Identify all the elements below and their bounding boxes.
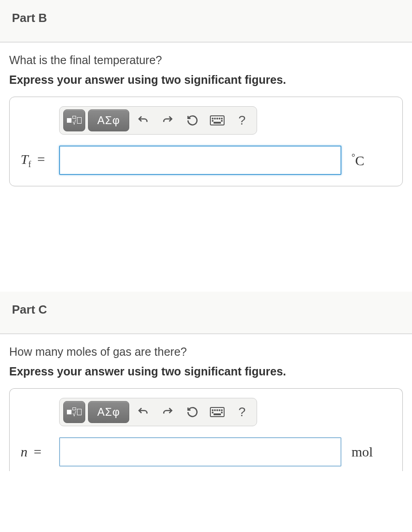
part-c-variable: n = [21,444,59,460]
symbols-button[interactable]: ΑΣφ [88,109,129,131]
keyboard-icon [210,407,225,417]
part-c-answer-panel: √ ΑΣφ ? n = mol [9,388,403,471]
part-b-unit: °C [352,152,364,168]
part-b-answer-panel: √ ΑΣφ ? Tf = °C [9,97,403,186]
keyboard-icon [210,115,225,125]
redo-button[interactable] [157,401,179,423]
part-c-title: Part C [12,303,400,317]
reset-icon [187,406,198,418]
templates-button[interactable]: √ [63,401,85,423]
redo-button[interactable] [157,109,179,131]
part-c-answer-row: n = mol [17,437,395,467]
svg-point-15 [212,412,213,413]
svg-point-11 [214,410,215,411]
svg-point-13 [219,410,220,411]
part-c-toolbar: √ ΑΣφ ? [59,398,257,426]
svg-point-10 [212,410,213,411]
keyboard-button[interactable] [206,401,228,423]
part-b-answer-row: Tf = °C [17,146,395,175]
templates-icon: √ [67,407,82,417]
undo-icon [137,406,149,418]
part-c-instruction: Express your answer using two significan… [9,365,403,378]
svg-point-12 [217,410,218,411]
svg-point-5 [221,118,222,119]
part-b-input[interactable] [59,146,341,175]
svg-point-7 [221,120,222,121]
undo-button[interactable] [132,109,154,131]
part-b-question-block: What is the final temperature? Express y… [0,43,412,186]
templates-icon: √ [67,116,82,125]
reset-button[interactable] [181,109,203,131]
part-c-input[interactable] [59,437,341,467]
svg-point-14 [221,410,222,411]
keyboard-button[interactable] [206,109,228,131]
help-button[interactable]: ? [231,401,253,423]
svg-point-6 [212,120,213,121]
svg-point-2 [214,118,215,119]
part-b-variable: Tf = [21,152,59,169]
part-c-question-block: How many moles of gas are there? Express… [0,334,412,471]
redo-icon [162,114,174,126]
part-b-instruction: Express your answer using two significan… [9,73,403,87]
svg-rect-8 [214,122,220,123]
part-b-toolbar: √ ΑΣφ ? [59,106,257,135]
templates-button[interactable]: √ [63,109,85,131]
svg-point-16 [221,412,222,413]
part-b-header: Part B [0,0,412,43]
part-c-unit: mol [352,444,373,460]
part-c-header: Part C [0,292,412,334]
reset-icon [187,114,198,126]
part-b-title: Part B [12,11,400,25]
svg-point-4 [219,118,220,119]
undo-icon [137,114,149,126]
svg-point-3 [217,118,218,119]
part-b-question: What is the final temperature? [9,54,403,67]
redo-icon [162,406,174,418]
svg-point-1 [212,118,213,119]
help-button[interactable]: ? [231,109,253,131]
part-c-question: How many moles of gas are there? [9,345,403,358]
svg-rect-17 [214,414,220,415]
symbols-button[interactable]: ΑΣφ [88,401,129,423]
reset-button[interactable] [181,401,203,423]
undo-button[interactable] [132,401,154,423]
